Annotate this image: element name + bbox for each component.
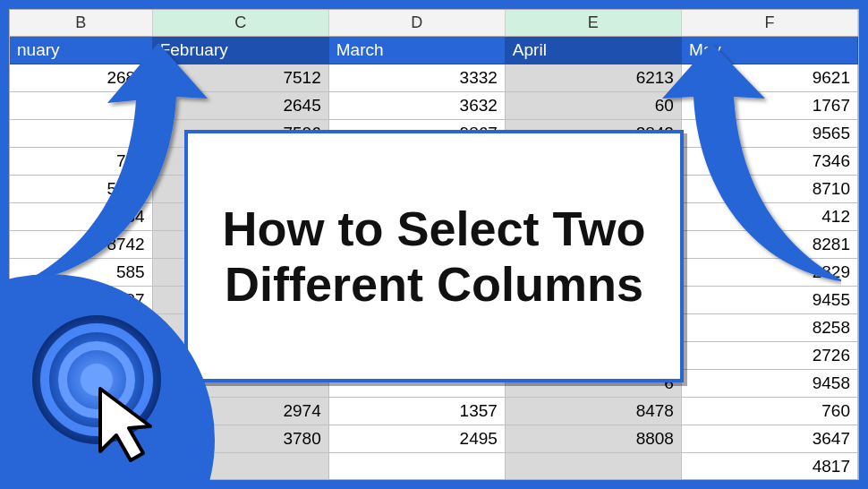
cell[interactable]: 8808 bbox=[506, 425, 682, 453]
curved-arrow-right-icon bbox=[662, 36, 841, 296]
title-text: How to Select Two Different Columns bbox=[206, 201, 662, 312]
cursor-logo-icon bbox=[27, 310, 179, 462]
col-header-d[interactable]: D bbox=[329, 10, 506, 36]
column-headers: B C D E F bbox=[10, 10, 858, 37]
month-cell[interactable]: April bbox=[506, 37, 682, 64]
cell[interactable] bbox=[329, 453, 506, 479]
col-header-b[interactable]: B bbox=[10, 10, 153, 36]
cell[interactable] bbox=[506, 453, 682, 479]
cell[interactable]: 2726 bbox=[682, 342, 858, 370]
cell[interactable]: 9458 bbox=[682, 370, 858, 398]
cell[interactable]: 3647 bbox=[682, 425, 858, 453]
col-header-c[interactable]: C bbox=[153, 10, 329, 36]
cell[interactable]: 8478 bbox=[506, 398, 682, 425]
cell[interactable]: 3332 bbox=[329, 64, 506, 92]
cell[interactable]: 3632 bbox=[329, 92, 506, 120]
col-header-e[interactable]: E bbox=[506, 10, 682, 36]
cell[interactable]: 1357 bbox=[329, 398, 506, 425]
cell[interactable]: 760 bbox=[682, 398, 858, 425]
cell[interactable]: 4817 bbox=[682, 453, 858, 479]
cell[interactable]: 2495 bbox=[329, 425, 506, 453]
month-cell[interactable]: March bbox=[329, 37, 506, 64]
title-card: How to Select Two Different Columns bbox=[184, 130, 684, 382]
cell[interactable]: 60 bbox=[506, 92, 682, 120]
col-header-f[interactable]: F bbox=[682, 10, 858, 36]
svg-point-3 bbox=[81, 364, 113, 396]
cell[interactable]: 6213 bbox=[506, 64, 682, 92]
cell[interactable]: 8258 bbox=[682, 314, 858, 342]
